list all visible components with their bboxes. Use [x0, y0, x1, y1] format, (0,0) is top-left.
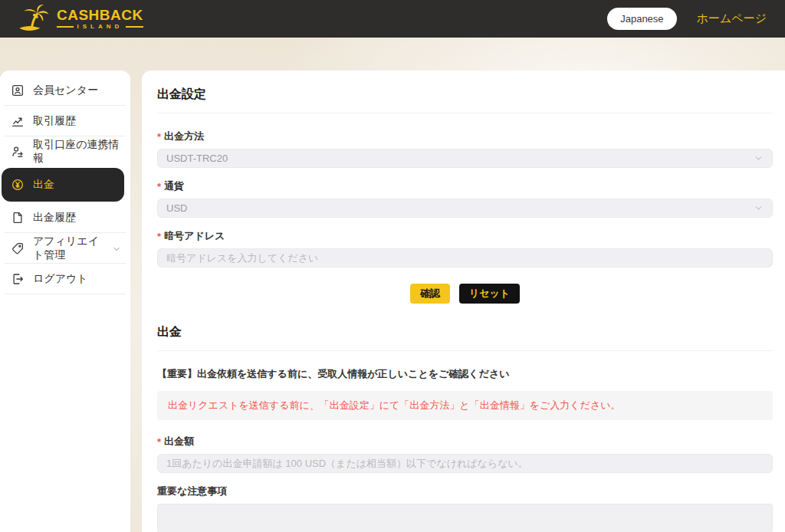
- important-note: 【重要】出金依頼を送信する前に、受取人情報が正しいことをご確認ください: [157, 367, 773, 381]
- sidebar-item-label: ログアウト: [33, 272, 88, 286]
- tag-icon: [11, 241, 25, 255]
- currency-label: * 通貨: [157, 179, 773, 193]
- address-input[interactable]: [157, 248, 773, 268]
- settings-warning-alert: 出金リクエストを送信する前に、「出金設定」にて「出金方法」と「出金情報」をご入力…: [157, 391, 773, 420]
- chevron-down-icon: [112, 244, 121, 253]
- sidebar-item-label: 会員センター: [33, 84, 98, 97]
- palm-tree-icon: [17, 3, 51, 35]
- page-layout: 会員センター 取引履歴 取引口座の連携情報 出金 出金履歴: [0, 71, 785, 532]
- currency-select-value: USD: [166, 202, 187, 214]
- sidebar-item-label: アフィリエイト管理: [33, 235, 103, 262]
- brand-logo[interactable]: CASHBACK ISLAND: [17, 3, 143, 35]
- chart-icon: [11, 114, 25, 128]
- brand-name: CASHBACK: [57, 8, 143, 22]
- method-select-value: USDT-TRC20: [166, 153, 228, 164]
- currency-select[interactable]: USD: [157, 199, 773, 218]
- sidebar-item-label: 出金: [33, 178, 54, 192]
- required-mark: *: [157, 231, 161, 242]
- id-card-icon: [11, 84, 25, 97]
- required-mark: *: [157, 131, 161, 143]
- form-actions: 確認 リセット: [157, 284, 773, 304]
- sidebar-item-account-link[interactable]: 取引口座の連携情報: [5, 136, 126, 167]
- header-actions: Japanese ホームページ: [607, 8, 767, 30]
- sidebar-nav: 会員センター 取引履歴 取引口座の連携情報 出金 出金履歴: [0, 71, 130, 532]
- sidebar-item-label: 取引履歴: [33, 114, 76, 128]
- sidebar-item-label: 出金履歴: [33, 211, 76, 225]
- chevron-down-icon: [754, 203, 764, 213]
- document-icon: [11, 211, 25, 225]
- amount-input[interactable]: [157, 454, 773, 473]
- top-header: CASHBACK ISLAND Japanese ホームページ: [0, 0, 785, 38]
- account-link-icon: [11, 145, 25, 159]
- chevron-down-icon: [754, 153, 764, 163]
- required-mark: *: [157, 181, 161, 192]
- sidebar-item-logout[interactable]: ログアウト: [5, 264, 126, 294]
- notes-box: [157, 504, 773, 532]
- method-label: * 出金方法: [157, 130, 773, 143]
- confirm-button[interactable]: 確認: [410, 284, 450, 304]
- main-content: 出金設定 * 出金方法 USDT-TRC20 * 通貨 USD * 暗号アドレス…: [142, 71, 785, 532]
- homepage-link[interactable]: ホームページ: [697, 11, 767, 26]
- method-select[interactable]: USDT-TRC20: [157, 149, 773, 168]
- coin-yen-icon: [11, 178, 25, 192]
- brand-text: CASHBACK ISLAND: [57, 8, 143, 30]
- language-button[interactable]: Japanese: [607, 8, 676, 30]
- sidebar-item-transaction-history[interactable]: 取引履歴: [5, 106, 126, 136]
- address-label: * 暗号アドレス: [157, 229, 773, 243]
- sidebar-item-withdraw-history[interactable]: 出金履歴: [5, 202, 126, 233]
- amount-label: * 出金額: [157, 435, 773, 448]
- brand-subname: ISLAND: [57, 24, 143, 30]
- sidebar-item-member-center[interactable]: 会員センター: [5, 75, 126, 106]
- notes-label: 重要な注意事項: [157, 484, 773, 498]
- sidebar-item-affiliate[interactable]: アフィリエイト管理: [5, 233, 126, 264]
- required-mark: *: [157, 436, 161, 448]
- withdraw-title: 出金: [157, 324, 773, 351]
- logout-icon: [11, 272, 25, 286]
- sidebar-item-withdraw[interactable]: 出金: [2, 168, 124, 202]
- sidebar-item-label: 取引口座の連携情報: [33, 138, 121, 166]
- withdraw-settings-title: 出金設定: [157, 87, 773, 113]
- reset-button[interactable]: リセット: [459, 284, 520, 304]
